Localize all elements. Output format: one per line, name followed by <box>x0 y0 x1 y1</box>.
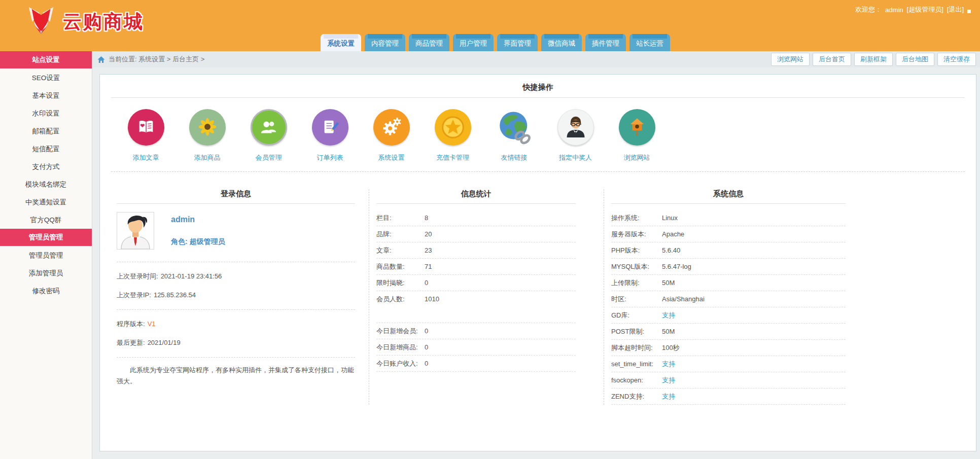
sys-row-script-timeout: 脚本超时时间:100秒 <box>611 340 846 356</box>
clear-cache-button[interactable]: 清空缓存 <box>937 53 976 66</box>
quick-action-label[interactable]: 添加文章 <box>133 153 159 162</box>
breadcrumb[interactable]: 当前位置: 系统设置 > 后台主页 > <box>109 55 204 64</box>
quick-action-label[interactable]: 友情链接 <box>501 153 528 162</box>
stat-row-columns: 栏目:8 <box>376 210 576 226</box>
statistics-title: 信息统计 <box>376 189 576 204</box>
sys-row-server: 服务器版本:Apache <box>611 226 846 242</box>
statistics-panel: 信息统计 栏目:8 品牌:20 文章:23 商品数量:71 限时揭晓:0 会员人… <box>369 189 604 405</box>
sys-row-timezone: 时区:Asia/Shanghai <box>611 291 846 307</box>
system-info-panel: 系统信息 操作系统:Linux 服务器版本:Apache PHP版本:5.6.4… <box>604 189 976 405</box>
gears-icon <box>373 109 410 146</box>
tab-plugin-management[interactable]: 插件管理 <box>585 34 626 51</box>
quick-action-label[interactable]: 系统设置 <box>378 153 405 162</box>
tab-goods-management[interactable]: 商品管理 <box>409 34 449 51</box>
sidebar-item-change-password[interactable]: 修改密码 <box>0 282 92 300</box>
tab-interface-management[interactable]: 界面管理 <box>497 34 538 51</box>
tab-system-settings[interactable]: 系统设置 <box>321 34 361 51</box>
refresh-frame-button[interactable]: 刷新框架 <box>854 53 893 66</box>
quick-action-system-settings[interactable]: 系统设置 <box>361 109 422 162</box>
sidebar-item-add-admin[interactable]: 添加管理员 <box>0 264 92 282</box>
quick-actions-title: 快捷操作 <box>111 83 965 98</box>
tab-webmaster-operation[interactable]: 站长运营 <box>629 34 670 51</box>
quick-action-order-list[interactable]: 订单列表 <box>299 109 361 162</box>
profile-username[interactable]: admin <box>171 215 225 224</box>
sidebar-item-basic-settings[interactable]: 基本设置 <box>0 87 92 104</box>
quick-action-add-article[interactable]: 添加文章 <box>115 109 177 162</box>
quick-actions-row: 添加文章 添加商品 <box>100 109 976 162</box>
gold-coin-icon <box>435 109 471 146</box>
dashed-divider <box>111 171 965 172</box>
sidebar-header-site-settings[interactable]: 站点设置 <box>0 51 92 68</box>
last-login-time-row: 上次登录时间:2021-01-19 23:41:56 <box>117 272 355 281</box>
sys-row-mysql: MYSQL版本:5.6.47-log <box>611 259 846 275</box>
login-info-title: 登录信息 <box>117 189 355 204</box>
stat-row-members: 会员人数:1010 <box>376 291 576 307</box>
sys-row-gd: GD库:支持 <box>611 307 846 324</box>
sys-row-os: 操作系统:Linux <box>611 210 846 226</box>
sidebar-item-official-qq-group[interactable]: 官方QQ群 <box>0 211 92 229</box>
welcome-prefix: 欢迎您： <box>855 5 882 14</box>
login-info-panel: 登录信息 <box>100 189 369 405</box>
home-icon[interactable] <box>97 56 105 63</box>
quick-action-label[interactable]: 会员管理 <box>256 153 282 162</box>
quick-action-add-goods[interactable]: 添加商品 <box>177 109 238 162</box>
backend-home-button[interactable]: 后台首页 <box>813 53 851 66</box>
welcome-bar: 欢迎您： admin [超级管理员] [退出] <box>855 5 971 14</box>
tab-user-management[interactable]: 用户管理 <box>453 34 494 51</box>
stat-row-new-members-today: 今日新增会员:0 <box>376 323 576 339</box>
quick-action-label[interactable]: 添加商品 <box>194 153 221 162</box>
quick-action-label[interactable]: 订单列表 <box>317 153 343 162</box>
tab-wechat-mall[interactable]: 微信商城 <box>541 34 582 51</box>
sys-row-post-limit: POST限制:50M <box>611 324 846 340</box>
quick-action-recharge-card[interactable]: 充值卡管理 <box>422 109 483 162</box>
header-username: admin <box>885 6 903 14</box>
last-update-row: 最后更新:2021/01/19 <box>117 338 355 347</box>
system-description: 此系统为专业夺宝网站程序，有多种实用插件，并集成了各种支付接口，功能强大。 <box>117 365 355 387</box>
stat-row-income-today: 今日账户收入:0 <box>376 356 576 372</box>
sys-row-upload-limit: 上传限制:50M <box>611 275 846 291</box>
toolbar: 浏览网站 后台首页 刷新框架 后台地图 清空缓存 <box>771 53 976 66</box>
backend-map-button[interactable]: 后台地图 <box>896 53 934 66</box>
sidebar-item-admin-management[interactable]: 管理员管理 <box>0 246 92 264</box>
quick-action-friend-links[interactable]: 友情链接 <box>483 109 545 162</box>
sidebar-item-winning-notice-settings[interactable]: 中奖通知设置 <box>0 193 92 211</box>
sidebar: 站点设置 SEO设置 基本设置 水印设置 邮箱配置 短信配置 支付方式 模块域名… <box>0 51 92 459</box>
logout-link[interactable]: [退出] <box>947 5 964 14</box>
dashed-divider <box>117 262 355 262</box>
program-version-row: 程序版本:V1 <box>117 320 355 329</box>
stats-gap <box>376 307 576 323</box>
quick-action-assign-winner[interactable]: 指定中奖人 <box>545 109 606 162</box>
welcome-period-square <box>967 10 971 13</box>
winner-person-icon <box>557 109 594 146</box>
stat-row-timed-reveal: 限时揭晓:0 <box>376 275 576 291</box>
avatar <box>117 212 154 250</box>
quick-action-member-management[interactable]: 会员管理 <box>238 109 299 162</box>
stat-row-articles: 文章:23 <box>376 242 576 259</box>
quick-action-label[interactable]: 浏览网站 <box>624 153 650 162</box>
system-info-title: 系统信息 <box>611 189 846 204</box>
browse-site-button[interactable]: 浏览网站 <box>771 53 810 66</box>
sidebar-item-email-config[interactable]: 邮箱配置 <box>0 122 92 140</box>
quick-action-browse-site[interactable]: 浏览网站 <box>606 109 668 162</box>
stat-row-goods-count: 商品数量:71 <box>376 259 576 275</box>
sidebar-item-seo-settings[interactable]: SEO设置 <box>0 69 92 87</box>
sidebar-header-admin-management[interactable]: 管理员管理 <box>0 229 92 246</box>
sys-row-zend: ZEND支持:支持 <box>611 389 846 405</box>
tab-content-management[interactable]: 内容管理 <box>365 34 405 51</box>
quick-action-label[interactable]: 充值卡管理 <box>436 153 469 162</box>
logo: 云购商城 <box>26 6 144 38</box>
sys-row-fsockopen: fsockopen:支持 <box>611 372 846 389</box>
quick-action-label[interactable]: 指定中奖人 <box>559 153 592 162</box>
top-header: 云购商城 欢迎您： admin [超级管理员] [退出] 系统设置 内容管理 商… <box>0 0 980 51</box>
members-icon <box>251 109 287 146</box>
sidebar-item-sms-config[interactable]: 短信配置 <box>0 140 92 158</box>
sidebar-item-payment-methods[interactable]: 支付方式 <box>0 158 92 175</box>
sidebar-item-watermark-settings[interactable]: 水印设置 <box>0 104 92 122</box>
birdhouse-icon <box>619 109 655 146</box>
profile-role: 角色: 超级管理员 <box>171 237 225 246</box>
stat-row-new-goods-today: 今日新增商品:0 <box>376 339 576 356</box>
last-login-ip-row: 上次登录IP:125.85.236.54 <box>117 291 355 300</box>
dashed-divider <box>117 309 355 310</box>
sidebar-item-module-domain-binding[interactable]: 模块域名绑定 <box>0 175 92 193</box>
order-list-icon <box>312 109 348 146</box>
